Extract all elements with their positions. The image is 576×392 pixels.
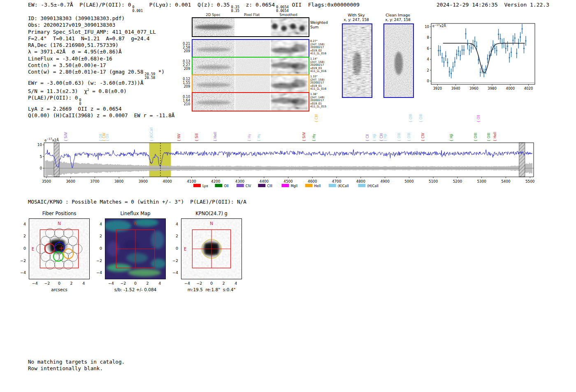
- spec2d-row-images: [193, 75, 309, 93]
- svg-text:3500: 3500: [42, 179, 51, 183]
- svg-text:4400: 4400: [260, 179, 269, 183]
- info-line: S/N = 11.3(±2.3) χ2 = 0.8(±0.0): [28, 87, 174, 95]
- line-label-oiii: { OIII: [474, 133, 478, 141]
- stacked-value: 20.5920.58: [145, 72, 156, 80]
- fiber-weight-label: 0.132.27209: [181, 60, 190, 71]
- panel-xtick: 4: [158, 281, 161, 285]
- cutout-xy-label: x, y: 247, 158: [334, 18, 379, 22]
- panel-xtick: −2: [120, 281, 126, 285]
- line-label-nv: { NV: [177, 133, 181, 141]
- svg-text:3600: 3600: [66, 179, 75, 183]
- panel-xtick: −4: [32, 281, 38, 285]
- col-header-pixelflat: Pixel Flat: [235, 13, 269, 17]
- line-label-oiii: { OIII: [419, 114, 423, 123]
- line-label-ciii: { CIII: [315, 114, 318, 123]
- fitplot-unit-label: e−17x2Å: [432, 23, 446, 28]
- timestamp: 2024-12-29 14:26:35: [437, 2, 498, 8]
- svg-text:HeII: HeII: [314, 184, 321, 188]
- panel-ytick: −2: [96, 258, 102, 263]
- info-line: Primary Spec_Slot_IFU_AMP: 411_014_077_L…: [28, 29, 174, 35]
- emission-line-fit-plot: 3920394039603980400040200246810e−17x2Å: [426, 21, 549, 93]
- line-label-siii: { SiII: [195, 133, 199, 141]
- panel-ytick: 2: [100, 234, 102, 238]
- panel-ytick: −4: [96, 270, 102, 275]
- info-line: F=2.4" T=0.141 N=1.21 A=0.87 g=24.4: [28, 35, 174, 42]
- svg-text:0: 0: [39, 166, 42, 170]
- cutout-xy-label: x, y: 247, 158: [375, 18, 420, 22]
- compass-north-label: N: [210, 221, 213, 226]
- svg-text:4900: 4900: [380, 179, 390, 183]
- svg-text:4700: 4700: [332, 179, 341, 183]
- info-line: ID: 3090138303 (3090138303.pdf): [28, 15, 174, 22]
- compass-north-label: N: [134, 221, 137, 226]
- elixer-report-page: EW: -3.5±-0.7Å P(LAE)/P(OII): 000.001 P(…: [0, 0, 576, 392]
- panel-ytick: 0: [100, 246, 102, 251]
- svg-text:2: 2: [427, 68, 429, 72]
- cutout-title: With Sky: [334, 13, 379, 17]
- info-line: Cont(n) = 3.50(±0.00)e-17: [28, 62, 174, 69]
- svg-text:10: 10: [425, 25, 429, 29]
- spec2d-row-images: [193, 18, 309, 36]
- panel-ytick: −2: [20, 258, 26, 263]
- panel-ytick: −4: [172, 270, 178, 275]
- line-label-oiii: { OIII: [397, 133, 401, 141]
- panel-xtick: 0: [210, 281, 213, 285]
- line-label-oiii: { OIII: [407, 133, 411, 141]
- svg-text:0: 0: [427, 79, 429, 83]
- footer-notes: No matching targets in catalog. Row inte…: [28, 359, 125, 372]
- spectrum-axes: 3500360037003800390040004100420043004400…: [37, 143, 535, 183]
- summary-line: EW: -3.5±-0.7Å P(LAE)/P(OII): 000.001 P(…: [28, 2, 360, 13]
- svg-text:6: 6: [427, 46, 429, 51]
- compass-east-label: E: [184, 247, 186, 251]
- svg-text:3900: 3900: [139, 179, 148, 183]
- panel-xtick: 2: [146, 281, 149, 285]
- col-header-smoothed: Smoothed: [270, 13, 307, 17]
- info-line: RA,Dec (176.216980,51.757339): [28, 42, 174, 49]
- fitplot-gaussian-fit: [443, 43, 525, 73]
- weighted-sum-label: WeightedSum: [310, 21, 328, 29]
- panel-xtick: 2: [223, 281, 225, 285]
- fiber-weight-label: 0.121.55209: [181, 78, 190, 88]
- panel-ytick: 4: [100, 222, 102, 226]
- panel-xtick: 2: [70, 281, 73, 285]
- svg-text:Lyα: Lyα: [202, 184, 208, 188]
- svg-text:MgII: MgII: [290, 184, 297, 188]
- highlight-band: [149, 143, 171, 177]
- spec2d-row: [192, 57, 309, 76]
- line-label-civ: { CIV: [421, 132, 425, 141]
- info-line: EWr = -3.00(±0.63) (w: -3.60(±0.73))Å: [28, 80, 174, 86]
- clean-image: [383, 23, 414, 98]
- svg-text:CIII: CIII: [267, 184, 272, 188]
- panel-ytick: 4: [23, 222, 26, 226]
- panel-xtick: −2: [196, 281, 202, 285]
- panel-xtick: 4: [82, 281, 85, 285]
- full-spectrum-plot: 3500360037003800390040004100420043004400…: [25, 103, 555, 198]
- footer-line-1: No matching targets in catalog.: [28, 359, 125, 365]
- panel-xtick: −4: [184, 281, 190, 285]
- spec2d-row: [192, 74, 309, 94]
- panel-image-kpno_g: NE: [181, 218, 242, 279]
- line-label-heii: { HeII: [493, 132, 497, 141]
- panel-xtick: 4: [235, 281, 237, 285]
- line-label-hγ: { Hγ: [248, 134, 251, 141]
- panel-caption-lineflux_map: s/b: -1.52 +/- 0.084: [96, 287, 174, 292]
- compass-east-label: E: [32, 247, 34, 251]
- svg-text:5200: 5200: [453, 179, 462, 183]
- svg-text:5: 5: [39, 155, 42, 159]
- panel-caption-fiber_positions: arcsecs: [20, 287, 98, 292]
- svg-text:3960: 3960: [469, 86, 478, 90]
- line-label-oiii: { OIII: [409, 114, 413, 123]
- line-label-cii: { CII: [366, 134, 369, 141]
- panel-ytick: 0: [176, 246, 178, 251]
- line-id-labels: { SiIV{ OII{ CIV{ OII{ (K)CaII{ NV{ SiII…: [64, 114, 497, 141]
- masked-region: [519, 143, 525, 177]
- info-line: λ = 3971.42Å σ = 4.95(±0.86)Å: [28, 49, 174, 55]
- line-label-oiii: { OIII: [487, 133, 491, 141]
- spec2d-row-images: [193, 58, 309, 75]
- compass-north-label: N: [58, 221, 60, 226]
- panel-title-lineflux_map: Lineflux Map: [102, 211, 168, 216]
- info-line: LineFlux = -3.40(±0.68)e-16: [28, 56, 174, 62]
- panel-image-fiber_positions: NE: [29, 218, 90, 279]
- fiber-id-label: 0.27"(247, 158)20200217v019_02411_LL_016: [310, 40, 326, 56]
- svg-text:5000: 5000: [404, 179, 414, 183]
